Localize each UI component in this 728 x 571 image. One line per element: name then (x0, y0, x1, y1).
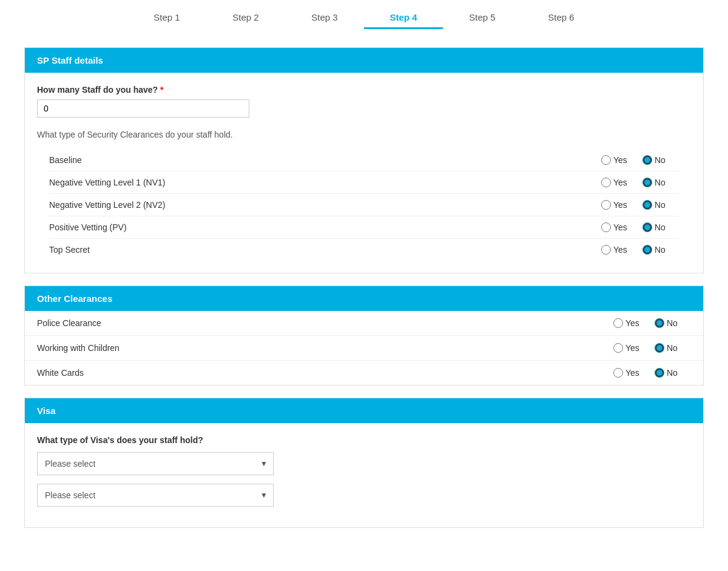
clearance-label-pv: Positive Vetting (PV) (49, 222, 601, 232)
other-clearance-row-white-cards: White Cards Yes No (25, 361, 703, 385)
visa-section-header: Visa (25, 398, 703, 423)
other-clearances-card: Other Clearances Police Clearance Yes No… (24, 286, 704, 386)
clearance-row-pv: Positive Vetting (PV) Yes No (49, 216, 679, 239)
top-secret-no-radio[interactable] (642, 245, 652, 255)
police-yes-radio[interactable] (613, 318, 623, 328)
police-radio-group: Yes No (613, 318, 691, 328)
other-clearance-label-white-cards: White Cards (37, 368, 613, 378)
clearance-label-nv1: Negative Vetting Level 1 (NV1) (49, 178, 601, 187)
clearance-row-nv1: Negative Vetting Level 1 (NV1) Yes No (49, 172, 679, 194)
top-secret-no-label[interactable]: No (642, 245, 679, 255)
pv-yes-radio[interactable] (601, 222, 611, 232)
step-5[interactable]: Step 5 (443, 12, 522, 29)
white-cards-no-label[interactable]: No (655, 368, 691, 378)
security-clearances-list: Baseline Yes No Negative Vetting Level (37, 149, 691, 261)
staff-count-label: How many Staff do you have? * (37, 85, 691, 95)
wwc-no-label[interactable]: No (655, 343, 691, 353)
clearance-label-baseline: Baseline (49, 155, 601, 165)
pv-no-radio[interactable] (642, 222, 652, 232)
clearance-row-top-secret: Top Secret Yes No (49, 239, 679, 261)
top-secret-yes-radio[interactable] (601, 245, 611, 255)
white-cards-radio-group: Yes No (613, 368, 691, 378)
visa-type-label: What type of Visa's does your staff hold… (37, 435, 691, 445)
clearances-description: What type of Security Clearances do your… (37, 130, 691, 139)
pv-no-label[interactable]: No (642, 222, 679, 232)
step-4-active[interactable]: Step 4 (364, 12, 443, 29)
clearance-row-nv2: Negative Vetting Level 2 (NV2) Yes No (49, 194, 679, 216)
other-clearance-label-police: Police Clearance (37, 318, 613, 328)
clearance-label-top-secret: Top Secret (49, 245, 601, 255)
baseline-no-radio[interactable] (642, 155, 652, 165)
police-no-radio[interactable] (655, 318, 664, 328)
police-yes-label[interactable]: Yes (613, 318, 650, 328)
nv2-yes-radio[interactable] (601, 200, 611, 210)
top-secret-yes-label[interactable]: Yes (601, 245, 638, 255)
sp-staff-details-card: SP Staff details How many Staff do you h… (24, 47, 704, 273)
wwc-radio-group: Yes No (613, 343, 691, 353)
nv1-yes-label[interactable]: Yes (601, 178, 638, 187)
clearance-label-nv2: Negative Vetting Level 2 (NV2) (49, 200, 601, 210)
visa-body: What type of Visa's does your staff hold… (25, 423, 703, 527)
visa-card: Visa What type of Visa's does your staff… (24, 398, 704, 528)
nv1-yes-radio[interactable] (601, 178, 611, 187)
police-no-label[interactable]: No (655, 318, 691, 328)
clearance-radio-group-nv1: Yes No (601, 178, 679, 187)
other-clearance-row-police: Police Clearance Yes No (25, 311, 703, 336)
nv2-no-radio[interactable] (642, 200, 652, 210)
clearance-radio-group-pv: Yes No (601, 222, 679, 232)
baseline-no-label[interactable]: No (642, 155, 679, 165)
wwc-no-radio[interactable] (655, 343, 664, 353)
other-clearance-row-wwc: Working with Children Yes No (25, 336, 703, 361)
nv2-no-label[interactable]: No (642, 200, 679, 210)
white-cards-yes-radio[interactable] (613, 368, 623, 378)
visa-select-1-wrapper: Please select ▼ (37, 452, 274, 475)
baseline-yes-label[interactable]: Yes (601, 155, 638, 165)
other-clearances-header: Other Clearances (25, 286, 703, 311)
step-2[interactable]: Step 2 (206, 12, 285, 29)
step-3[interactable]: Step 3 (285, 12, 364, 29)
white-cards-yes-label[interactable]: Yes (613, 368, 650, 378)
visa-select-2[interactable]: Please select (37, 484, 274, 507)
nv1-no-radio[interactable] (642, 178, 652, 187)
stepper: Step 1 Step 2 Step 3 Step 4 Step 5 Step … (24, 0, 704, 47)
step-1[interactable]: Step 1 (127, 12, 206, 29)
pv-yes-label[interactable]: Yes (601, 222, 638, 232)
wwc-yes-radio[interactable] (613, 343, 623, 353)
white-cards-no-radio[interactable] (655, 368, 664, 378)
visa-select-1[interactable]: Please select (37, 452, 274, 475)
nv2-yes-label[interactable]: Yes (601, 200, 638, 210)
nv1-no-label[interactable]: No (642, 178, 679, 187)
clearance-radio-group-nv2: Yes No (601, 200, 679, 210)
clearance-radio-group-baseline: Yes No (601, 155, 679, 165)
step-6[interactable]: Step 6 (522, 12, 601, 29)
sp-staff-section-header: SP Staff details (25, 48, 703, 73)
other-clearance-label-wwc: Working with Children (37, 343, 613, 353)
required-indicator: * (160, 85, 163, 95)
baseline-yes-radio[interactable] (601, 155, 611, 165)
clearance-row-baseline: Baseline Yes No (49, 149, 679, 172)
staff-count-input[interactable] (37, 99, 249, 118)
clearance-radio-group-top-secret: Yes No (601, 245, 679, 255)
wwc-yes-label[interactable]: Yes (613, 343, 650, 353)
visa-select-2-wrapper: Please select ▼ (37, 484, 274, 507)
